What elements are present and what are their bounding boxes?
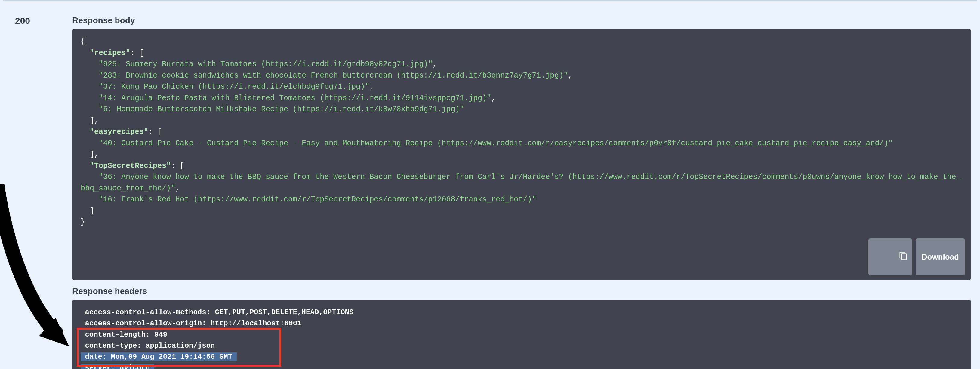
status-column: 200 xyxy=(3,10,72,369)
response-body-json: { "recipes": [ "925: Summery Burrata wit… xyxy=(81,36,963,228)
download-button[interactable]: Download xyxy=(916,239,965,275)
response-headers-heading: Response headers xyxy=(72,286,971,296)
status-code: 200 xyxy=(15,16,72,26)
clipboard-icon xyxy=(873,242,908,272)
response-body-heading: Response body xyxy=(72,16,971,25)
response-headers-block: access-control-allow-methods: GET,PUT,PO… xyxy=(72,299,971,369)
content-column: Response body { "recipes": [ "925: Summe… xyxy=(72,10,977,369)
copy-button[interactable] xyxy=(869,239,912,275)
response-body-block: { "recipes": [ "925: Summery Burrata wit… xyxy=(72,29,971,280)
